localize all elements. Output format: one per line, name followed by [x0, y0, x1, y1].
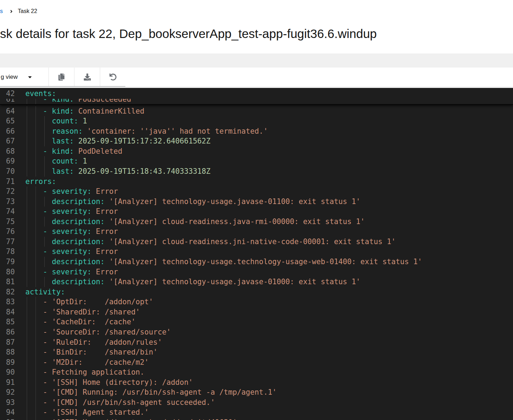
code-line-77: 77 description: '[Analyzer] cloud-readin… [0, 237, 513, 247]
line-number: 65 [0, 116, 15, 126]
line-number: 95 [0, 418, 15, 420]
code-text: events: [25, 89, 56, 99]
code-text: description: '[Analyzer] technology-usag… [25, 197, 361, 207]
line-number: 94 [0, 407, 15, 418]
code-text: description: '[Analyzer] cloud-readiness… [25, 217, 365, 227]
line-number: 71 [0, 177, 15, 187]
code-line-79: 79 description: '[Analyzer] technology-u… [0, 257, 513, 267]
code-text: - severity: Error [25, 227, 118, 237]
breadcrumb: s Task 22 [0, 8, 37, 15]
code-line-85: 85 - 'CacheDir: /cache' [0, 317, 513, 327]
code-text: errors: [25, 177, 56, 187]
breadcrumb-current: Task 22 [18, 8, 37, 14]
code-line-70: 70 last: 2025-09-19T15:18:43.740333318Z [0, 166, 513, 177]
line-number: 81 [0, 277, 15, 287]
code-line-95: 95 - '[GIT] Home (directory): /addon/git… [0, 418, 513, 420]
code-text: - severity: Error [25, 247, 118, 257]
code-text: activity: [25, 287, 65, 297]
code-text: - 'SourceDir: /shared/source' [25, 327, 171, 337]
line-number: 85 [0, 317, 15, 327]
line-number: 75 [0, 217, 15, 227]
code-text: - 'RuleDir: /addon/rules' [25, 337, 162, 348]
log-view-dropdown-label: g view [1, 74, 18, 81]
line-number: 64 [0, 106, 15, 116]
copy-button[interactable] [49, 68, 74, 86]
code-text: reason: 'container: ''java'' had not ter… [25, 126, 268, 136]
log-view-dropdown[interactable]: g view [0, 68, 48, 86]
line-number: 67 [0, 136, 15, 146]
line-number: 92 [0, 387, 15, 397]
line-number: 79 [0, 257, 15, 267]
line-number: 68 [0, 146, 15, 157]
code-line-75: 75 description: '[Analyzer] cloud-readin… [0, 217, 513, 227]
code-text: - '[GIT] Home (directory): /addon/git/49… [25, 418, 237, 420]
line-number: 78 [0, 247, 15, 257]
code-text: - '[SSH] Home (directory): /addon' [25, 377, 193, 388]
line-number: 74 [0, 206, 15, 217]
code-line-68: 68 - kind: PodDeleted [0, 146, 513, 157]
code-line-80: 80 - severity: Error [0, 267, 513, 277]
code-line-72: 72 - severity: Error [0, 186, 513, 197]
code-line-91: 91 - '[SSH] Home (directory): /addon' [0, 377, 513, 388]
code-line-42: 42events: [0, 89, 513, 99]
line-number: 89 [0, 357, 15, 368]
code-line-78: 78 - severity: Error [0, 247, 513, 257]
angle-right-icon [10, 9, 13, 14]
line-number: 42 [0, 89, 15, 99]
line-number: 90 [0, 367, 15, 377]
code-text: - 'M2Dir: /cache/m2' [25, 357, 149, 368]
code-text: - '[CMD] /usr/bin/ssh-agent succeeded.' [25, 397, 215, 408]
line-number: 80 [0, 267, 15, 277]
download-icon [84, 74, 91, 81]
code-line-73: 73 description: '[Analyzer] technology-u… [0, 197, 513, 207]
code-line-87: 87 - 'RuleDir: /addon/rules' [0, 337, 513, 348]
code-text: - kind: PodDeleted [25, 146, 123, 157]
line-number: 91 [0, 377, 15, 388]
code-text: - '[CMD] Running: /usr/bin/ssh-agent -a … [25, 387, 277, 397]
code-line-69: 69 count: 1 [0, 156, 513, 166]
line-number: 73 [0, 197, 15, 207]
task-details-page: s Task 22 sk details for task 22, Dep_bo… [0, 0, 513, 420]
line-number: 61 [0, 99, 15, 104]
toolbar: g view [0, 53, 513, 88]
code-line-81: 81 description: '[Analyzer] technology-u… [0, 277, 513, 287]
code-text: - 'BinDir: /shared/bin' [25, 347, 158, 357]
toolbar-spacer [125, 68, 513, 87]
log-editor[interactable]: 42events: 61 - kind: PodSucceeded 64 - k… [0, 88, 513, 420]
code-line-94: 94 - '[SSH] Agent started.' [0, 407, 513, 418]
code-text: last: 2025-09-19T15:17:32.640661562Z [25, 136, 211, 146]
code-text: - 'CacheDir: /cache' [25, 317, 136, 327]
code-text: - '[SSH] Agent started.' [25, 407, 149, 418]
refresh-button[interactable] [100, 68, 125, 86]
caret-down-icon [28, 74, 32, 80]
code-line-84: 84 - 'SharedDir: /shared' [0, 307, 513, 317]
line-number: 84 [0, 307, 15, 317]
download-button[interactable] [75, 68, 100, 86]
code-line-71: 71errors: [0, 177, 513, 187]
code-line-93: 93 - '[CMD] /usr/bin/ssh-agent succeeded… [0, 397, 513, 408]
code-text: count: 1 [25, 116, 87, 126]
breadcrumb-link-tasks[interactable]: s [0, 8, 3, 14]
line-number: 82 [0, 287, 15, 297]
line-number: 83 [0, 297, 15, 307]
line-number: 87 [0, 337, 15, 348]
code-text: - 'OptDir: /addon/opt' [25, 297, 153, 307]
line-number: 76 [0, 227, 15, 237]
code-line-92: 92 - '[CMD] Running: /usr/bin/ssh-agent … [0, 387, 513, 397]
code-line-65: 65 count: 1 [0, 116, 513, 126]
code-line-83: 83 - 'OptDir: /addon/opt' [0, 297, 513, 307]
code-line-88: 88 - 'BinDir: /shared/bin' [0, 347, 513, 357]
code-line-66: 66 reason: 'container: ''java'' had not … [0, 126, 513, 136]
line-number: 77 [0, 237, 15, 247]
code-line-89: 89 - 'M2Dir: /cache/m2' [0, 357, 513, 368]
sticky-scroll: 42events: 61 - kind: PodSucceeded [0, 89, 513, 105]
code-text: last: 2025-09-19T15:18:43.740333318Z [25, 166, 211, 177]
code-line-90: 90 - Fetching application. [0, 367, 513, 377]
line-number: 93 [0, 397, 15, 408]
line-number: 69 [0, 156, 15, 166]
code-text: - severity: Error [25, 186, 118, 197]
code-text: - severity: Error [25, 206, 118, 217]
code-text: - 'SharedDir: /shared' [25, 307, 140, 317]
code-text: description: '[Analyzer] technology-usag… [25, 277, 361, 287]
code-line-61: 61 - kind: PodSucceeded [0, 99, 513, 104]
